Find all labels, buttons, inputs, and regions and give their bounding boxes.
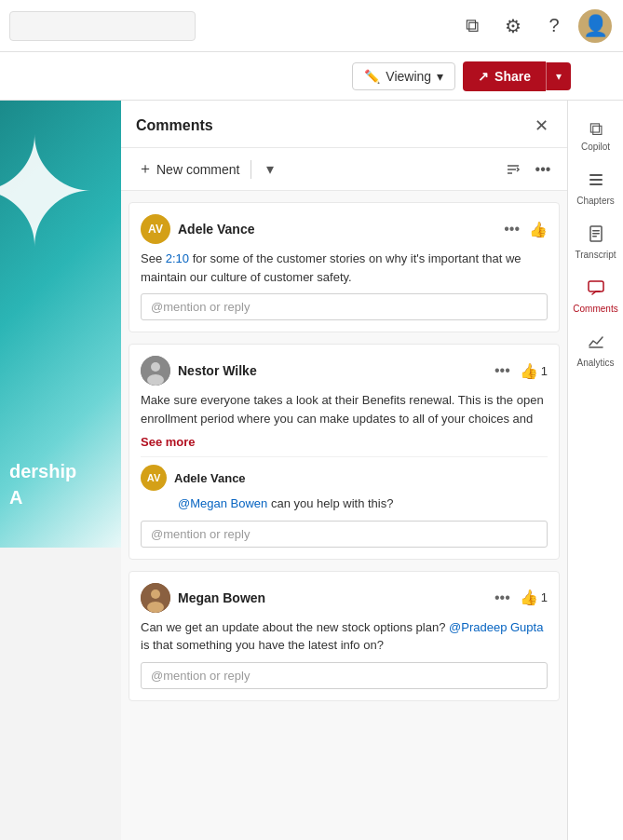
- panel-text: dership A: [9, 458, 76, 510]
- svg-point-17: [147, 602, 164, 613]
- chapters-icon: [587, 170, 605, 192]
- see-more-link-2[interactable]: See more: [141, 435, 548, 449]
- svg-rect-1: [589, 179, 603, 181]
- comment-body-2: Make sure everyone takes a look at their…: [141, 391, 548, 427]
- svg-rect-2: [589, 183, 603, 185]
- comment-text-after-link: for some of the customer stories on why …: [141, 251, 521, 284]
- comments-icon: [587, 278, 605, 300]
- comment-actions-2: ••• 👍 1: [493, 360, 548, 381]
- sidebar-item-copilot[interactable]: ⧉ Copilot: [571, 112, 621, 159]
- comments-toolbar: ＋ New comment ▾ •••: [121, 148, 567, 191]
- svg-rect-6: [592, 236, 597, 237]
- plus-icon: ＋: [138, 159, 153, 179]
- like-count-2: 1: [541, 364, 548, 378]
- more-options-button[interactable]: •••: [530, 156, 556, 183]
- reply-header-2: AV Adele Vance: [141, 465, 548, 491]
- comment-dropdown-button[interactable]: ▾: [257, 156, 283, 183]
- sidebar-item-copilot-label: Copilot: [581, 142, 610, 152]
- reply-author-adele: Adele Vance: [174, 471, 548, 485]
- sidebar-item-chapters[interactable]: Chapters: [571, 163, 621, 213]
- comments-list: AV Adele Vance ••• 👍 See 2:10 for some o…: [121, 191, 567, 840]
- author-adele-1: Adele Vance: [178, 222, 494, 237]
- svg-point-14: [147, 374, 164, 386]
- reply-input-3[interactable]: @mention or reply: [141, 662, 548, 689]
- like-button-1[interactable]: 👍: [529, 221, 548, 238]
- comment-card-2: Nestor Wilke ••• 👍 1 Make sure everyone …: [129, 344, 560, 560]
- svg-point-16: [151, 589, 160, 599]
- secondary-toolbar: ✏️ Viewing ▾ ↗ Share ▾: [0, 52, 623, 101]
- thumb-icon-3: 👍: [520, 589, 538, 606]
- comment-menu-button-2[interactable]: •••: [493, 360, 512, 381]
- new-comment-label: New comment: [156, 162, 239, 177]
- reply-avatar-adele: AV: [141, 465, 167, 491]
- settings-icon[interactable]: ⚙: [496, 9, 530, 43]
- thumb-icon: 👍: [529, 221, 548, 238]
- left-panel: ✦ dership A: [0, 101, 121, 548]
- toolbar-divider: [251, 160, 251, 179]
- sidebar-item-transcript-label: Transcript: [575, 250, 616, 260]
- sidebar-item-comments-label: Comments: [573, 304, 617, 314]
- share-button[interactable]: ↗ Share: [463, 61, 546, 91]
- sidebar-item-transcript[interactable]: Transcript: [571, 217, 621, 267]
- search-input[interactable]: [9, 11, 196, 41]
- avatar-adele-1: AV: [141, 214, 170, 244]
- close-icon[interactable]: ✕: [531, 114, 552, 138]
- author-megan: Megan Bowen: [178, 590, 485, 605]
- reply-text-2: can you help with this?: [271, 496, 394, 510]
- sidebar-item-analytics-label: Analytics: [576, 358, 614, 368]
- svg-point-13: [151, 362, 160, 372]
- share-label: Share: [494, 69, 531, 84]
- network-icon[interactable]: ⧉: [455, 9, 489, 43]
- reply-body-2: @Megan Bowen can you help with this?: [178, 495, 548, 513]
- svg-rect-0: [589, 174, 603, 176]
- viewing-label: Viewing: [386, 69, 431, 84]
- comment-text-before-link: See: [141, 251, 166, 265]
- author-nestor: Nestor Wilke: [178, 363, 485, 378]
- sidebar-item-chapters-label: Chapters: [576, 196, 615, 206]
- like-button-3[interactable]: 👍 1: [520, 589, 548, 606]
- comment-actions-3: ••• 👍 1: [493, 588, 548, 608]
- comment-header-3: Megan Bowen ••• 👍 1: [141, 583, 548, 613]
- mention-megan: @Megan Bowen: [178, 496, 267, 510]
- sidebar-item-analytics[interactable]: Analytics: [571, 325, 621, 375]
- reply-comment-2: AV Adele Vance @Megan Bowen can you help…: [141, 456, 548, 513]
- help-icon[interactable]: ?: [537, 9, 571, 43]
- comment-body-3: Can we get an update about the new stock…: [141, 618, 548, 655]
- comment-text-before-mention: Can we get an update about the new stock…: [141, 620, 449, 634]
- comment-header-2: Nestor Wilke ••• 👍 1: [141, 356, 548, 386]
- thumb-icon-2: 👍: [520, 362, 538, 380]
- comment-text-after-mention: is that something you have the latest in…: [141, 638, 384, 652]
- copilot-icon: ⧉: [589, 119, 603, 138]
- top-bar: ⧉ ⚙ ? 👤: [0, 0, 623, 52]
- comments-header: Comments ✕: [121, 101, 567, 148]
- comment-header-1: AV Adele Vance ••• 👍: [141, 214, 548, 244]
- comment-actions-1: ••• 👍: [502, 219, 548, 239]
- share-icon: ↗: [478, 69, 489, 84]
- avatar-nestor: [141, 356, 170, 386]
- viewing-icon: ✏️: [364, 69, 380, 84]
- svg-rect-7: [589, 281, 603, 291]
- mention-pradeep: @Pradeep Gupta: [449, 620, 543, 634]
- share-button-group: ↗ Share ▾: [463, 61, 571, 91]
- viewing-chevron-icon: ▾: [437, 69, 443, 84]
- comment-card-3: Megan Bowen ••• 👍 1 Can we get an update…: [129, 571, 560, 701]
- comments-panel: Comments ✕ ＋ New comment ▾ ••• AV Adele …: [121, 101, 567, 840]
- comment-menu-button-3[interactable]: •••: [493, 588, 512, 608]
- comment-body-1: See 2:10 for some of the customer storie…: [141, 250, 548, 286]
- comment-menu-button-1[interactable]: •••: [502, 219, 521, 239]
- analytics-icon: [587, 332, 605, 354]
- sort-comments-button[interactable]: [500, 156, 526, 183]
- avatar-megan: [141, 583, 170, 613]
- like-count-3: 1: [541, 590, 548, 604]
- timestamp-link[interactable]: 2:10: [166, 251, 189, 265]
- share-dropdown-button[interactable]: ▾: [546, 62, 571, 90]
- user-avatar[interactable]: 👤: [578, 9, 612, 43]
- sidebar-item-comments[interactable]: Comments: [571, 271, 621, 321]
- reply-input-1[interactable]: @mention or reply: [141, 293, 548, 320]
- reply-input-2[interactable]: @mention or reply: [141, 521, 548, 548]
- svg-rect-5: [592, 233, 600, 235]
- transcript-icon: [587, 224, 605, 246]
- new-comment-button[interactable]: ＋ New comment: [132, 156, 245, 183]
- viewing-button[interactable]: ✏️ Viewing ▾: [352, 62, 455, 90]
- like-button-2[interactable]: 👍 1: [520, 362, 548, 380]
